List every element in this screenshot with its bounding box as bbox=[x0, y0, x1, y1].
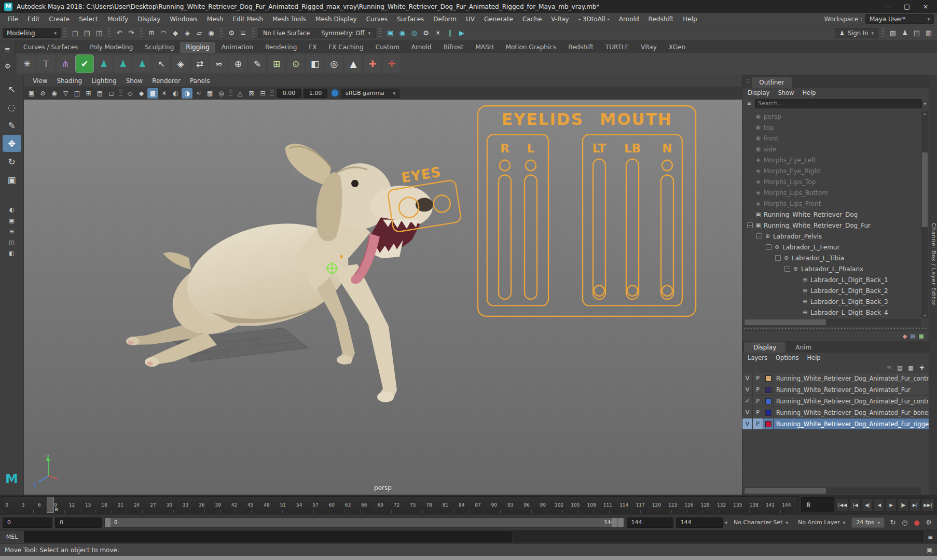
play-backwards-button[interactable]: ◀ bbox=[874, 498, 885, 512]
mouth-label[interactable]: MOUTH bbox=[600, 110, 672, 129]
menu-item[interactable]: - 3DtoAll - bbox=[574, 14, 614, 24]
snap-grid-icon[interactable]: ⊞ bbox=[146, 27, 157, 39]
playback-options-caret-icon[interactable]: ▾ bbox=[725, 520, 728, 525]
eyelid-l-slider[interactable] bbox=[525, 175, 537, 299]
menu-item[interactable]: Modify bbox=[103, 14, 133, 24]
panel-menu-item[interactable]: Renderer bbox=[147, 76, 185, 86]
channel-box-icon[interactable]: ▦ bbox=[923, 27, 934, 39]
expand-toggle[interactable] bbox=[747, 212, 753, 217]
step-forward-frame-button[interactable]: |▶ bbox=[898, 498, 908, 512]
skeleton-icon[interactable]: ⋔ bbox=[57, 55, 74, 73]
exposure-field[interactable]: 0.00 bbox=[277, 89, 301, 98]
step-forward-key-button[interactable]: ▶| bbox=[910, 498, 920, 512]
outliner-item[interactable]: ⊕ Labrador_L_Digit_Back_3 bbox=[744, 296, 919, 307]
menu-item[interactable]: Arnold bbox=[614, 14, 644, 24]
menu-item[interactable]: Mesh Display bbox=[311, 14, 362, 24]
menu-item[interactable]: Help bbox=[678, 14, 701, 24]
scale-tool[interactable]: ▣ bbox=[3, 171, 21, 188]
layer-color-cell[interactable] bbox=[763, 396, 774, 407]
drag-grip-icon[interactable]: ⠿ bbox=[746, 79, 749, 85]
layer-row[interactable]: V P Running_White_Retriever_Dog_Animated… bbox=[742, 384, 929, 396]
help-line-icon[interactable]: ▣ bbox=[927, 547, 932, 554]
lights-icon[interactable]: ☀ bbox=[159, 88, 170, 99]
outliner-item[interactable]: ◈ Morphs_Eye_Left bbox=[744, 155, 919, 165]
dof-icon[interactable]: ◎ bbox=[216, 88, 227, 99]
outliner-menu-item[interactable]: Help bbox=[798, 88, 820, 97]
filter-icon[interactable]: ≡ bbox=[745, 100, 753, 108]
animation-end-field[interactable]: 144 bbox=[676, 517, 723, 528]
layer-editor-menu-item[interactable]: Options bbox=[771, 353, 803, 362]
mouth-n-slider[interactable] bbox=[661, 175, 673, 299]
loop-icon[interactable]: ↻ bbox=[887, 517, 899, 528]
expand-toggle[interactable]: − bbox=[747, 222, 753, 228]
right-eye-controller[interactable] bbox=[432, 194, 451, 213]
ipr-render-icon[interactable]: ◎ bbox=[408, 27, 420, 39]
wireframe-icon[interactable]: ◇ bbox=[125, 88, 135, 99]
play-forwards-button[interactable]: ▶ bbox=[886, 498, 897, 512]
outliner-item[interactable]: ▣ Running_White_Retriever_Dog bbox=[744, 209, 919, 220]
shelf-tab[interactable]: TURTLE bbox=[600, 42, 635, 53]
render-settings-icon[interactable]: ⚙ bbox=[420, 27, 432, 39]
menu-item[interactable]: Redshift bbox=[644, 14, 679, 24]
lattice-icon[interactable]: ⊞ bbox=[268, 55, 285, 73]
symmetry-selector[interactable]: Symmetry: Off ▾ bbox=[316, 28, 376, 38]
shelf-tab[interactable]: Motion Graphics bbox=[500, 42, 562, 53]
shadows-icon[interactable]: ◐ bbox=[170, 88, 181, 99]
shelf-tab[interactable]: Animation bbox=[216, 42, 259, 53]
cluster-icon[interactable]: ⊙ bbox=[287, 55, 305, 73]
orient-joint-icon[interactable]: ◈ bbox=[172, 55, 189, 73]
scrollbar-thumb[interactable] bbox=[745, 319, 826, 325]
lock-camera-icon[interactable]: ⊘ bbox=[37, 88, 48, 99]
range-end-handle-2[interactable] bbox=[618, 518, 624, 527]
scrollbar-thumb[interactable] bbox=[745, 488, 826, 494]
command-language-button[interactable]: MEL bbox=[0, 530, 24, 543]
four-pane-layout-button[interactable]: ⊞ bbox=[4, 227, 20, 236]
outliner-item[interactable]: ◉ top bbox=[744, 122, 919, 133]
new-scene-icon[interactable]: ▢ bbox=[70, 27, 81, 39]
animation-preferences-icon[interactable]: ⚙ bbox=[923, 517, 934, 528]
create-controller-icon[interactable]: ↖ bbox=[153, 55, 170, 73]
expand-toggle[interactable] bbox=[747, 190, 753, 195]
layer-color-cell[interactable] bbox=[763, 373, 774, 384]
input-operations-icon[interactable]: ⚙ bbox=[226, 27, 237, 39]
redo-icon[interactable]: ↷ bbox=[126, 27, 137, 39]
menu-item[interactable]: Mesh Tools bbox=[268, 14, 311, 24]
blend-shape-icon[interactable]: ◧ bbox=[306, 55, 324, 73]
hypershade-layout-button[interactable]: ◧ bbox=[4, 248, 20, 258]
layer-color-cell[interactable] bbox=[763, 407, 774, 418]
channel-box-tab-icon[interactable]: ▤ bbox=[910, 333, 915, 340]
outliner-item[interactable]: − ⊕ Labrador_L_Phalanx bbox=[744, 263, 919, 274]
outliner-item[interactable]: − ⊕ Labrador_L_Tibia bbox=[744, 253, 919, 263]
layer-horizontal-scrollbar[interactable] bbox=[743, 487, 921, 494]
menu-item[interactable]: Select bbox=[74, 14, 103, 24]
view-transform-selector[interactable]: sRGB gamma ▾ bbox=[341, 89, 399, 98]
menu-item[interactable]: Display bbox=[133, 14, 165, 24]
eyelid-r-controller[interactable] bbox=[500, 160, 510, 171]
wrap-deformer-icon[interactable]: ◎ bbox=[325, 55, 343, 73]
snap-point-icon[interactable]: ◆ bbox=[170, 27, 181, 39]
go-to-end-button[interactable]: ▶▶| bbox=[921, 498, 934, 512]
expand-toggle[interactable] bbox=[747, 114, 753, 119]
render-current-frame-icon[interactable]: ◉ bbox=[396, 27, 408, 39]
pose-editor-icon[interactable]: ▲ bbox=[345, 55, 362, 73]
construction-history-icon[interactable]: ≡ bbox=[238, 27, 249, 39]
snap-view-plane-icon[interactable]: ▱ bbox=[194, 27, 205, 39]
mouth-lt-controller[interactable] bbox=[594, 285, 604, 296]
ao-icon[interactable]: ◑ bbox=[182, 88, 192, 99]
undo-icon[interactable]: ↶ bbox=[114, 27, 125, 39]
layer-row[interactable]: ✓ P Running_White_Retriever_Dog_Animated… bbox=[742, 396, 929, 407]
expand-toggle[interactable] bbox=[747, 135, 753, 141]
layer-visibility-toggle[interactable]: V bbox=[742, 407, 753, 418]
move-tool[interactable]: ✥ bbox=[3, 135, 21, 152]
expand-toggle[interactable] bbox=[747, 157, 753, 163]
shelf-tab[interactable]: Curves / Surfaces bbox=[18, 42, 84, 53]
outliner-item[interactable]: ◉ persp bbox=[744, 111, 919, 122]
minimize-button[interactable]: — bbox=[879, 1, 898, 12]
xray-icon[interactable]: ⊠ bbox=[246, 88, 257, 99]
menu-item[interactable]: Deform bbox=[429, 14, 461, 24]
modeling-toolkit-icon[interactable]: ▧ bbox=[887, 27, 899, 39]
anim-layer-selector[interactable]: No Anim Layer ▾ bbox=[794, 517, 849, 528]
save-scene-icon[interactable]: ◫ bbox=[93, 27, 105, 39]
panel-splitter[interactable] bbox=[742, 326, 929, 331]
animation-start-field[interactable]: 0 bbox=[3, 517, 52, 528]
